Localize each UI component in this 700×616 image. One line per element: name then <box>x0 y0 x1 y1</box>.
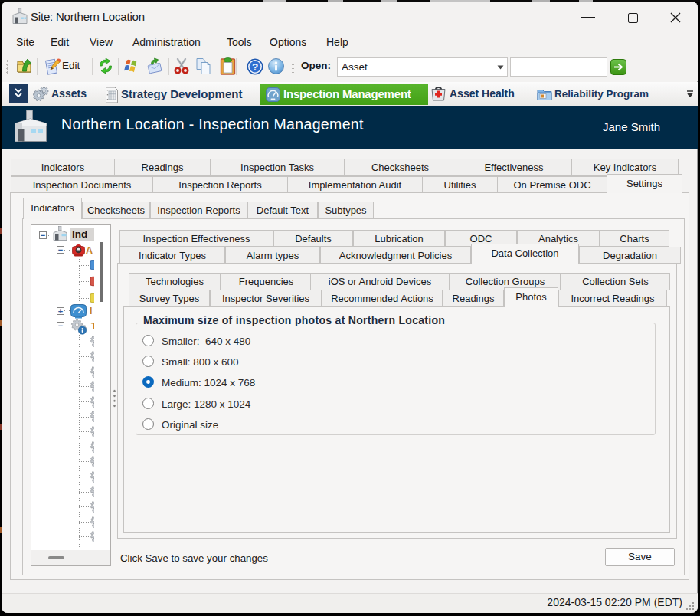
svg-text:?: ? <box>252 61 258 73</box>
